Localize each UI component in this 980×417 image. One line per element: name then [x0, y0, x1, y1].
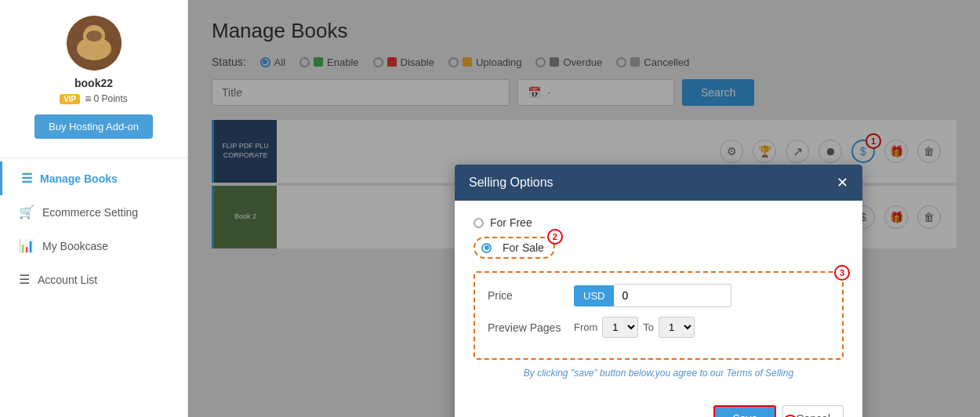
sidebar-item-label: My Bookcase	[42, 240, 108, 252]
from-page-select[interactable]: 1 2 3	[602, 317, 638, 338]
from-label: From	[574, 321, 597, 333]
sidebar-item-label: Manage Books	[40, 172, 118, 185]
modal-close-button[interactable]: ✕	[837, 176, 848, 190]
preview-pages-label: Preview Pages	[488, 321, 574, 334]
for-free-label: For Free	[490, 216, 532, 229]
sidebar-item-bookcase[interactable]: 📊 My Bookcase	[0, 229, 187, 263]
to-label: To	[643, 321, 654, 333]
save-button[interactable]: Save	[713, 405, 776, 417]
sidebar-item-account[interactable]: ☰ Account List	[0, 263, 187, 296]
manage-books-icon: ☰	[21, 171, 32, 186]
avatar	[67, 16, 122, 71]
bookcase-icon: 📊	[19, 238, 34, 253]
for-sale-option[interactable]: For Sale	[474, 237, 555, 259]
main-content: Manage Books Status: All Enable Disable	[188, 0, 980, 417]
for-sale-label: For Sale	[503, 241, 544, 254]
price-row: Price USD	[488, 284, 829, 307]
modal-body: For Free For Sale 2 3 Pri	[455, 201, 862, 405]
preview-pages-row: Preview Pages From 1 2 3 To 1 2 3	[488, 317, 829, 338]
points-label: ≡ 0 Points	[85, 92, 128, 105]
terms-text: By clicking "save" button below,you agre…	[474, 368, 844, 379]
vip-row: VIP ≡ 0 Points	[60, 92, 128, 105]
modal-footer: 4 Save Cancel	[455, 405, 862, 417]
sidebar-item-label: Account List	[38, 274, 97, 286]
sidebar: book22 VIP ≡ 0 Points Buy Hosting Add-on…	[0, 0, 188, 417]
selling-options-modal: Selling Options ✕ For Free For Sale	[455, 165, 862, 417]
svg-point-3	[86, 31, 102, 42]
buy-hosting-button[interactable]: Buy Hosting Add-on	[34, 114, 153, 139]
step-2-annotation: 2	[547, 229, 563, 245]
modal-header: Selling Options ✕	[455, 165, 862, 201]
vip-badge: VIP	[60, 94, 80, 104]
account-icon: ☰	[19, 272, 30, 287]
nav-divider	[0, 158, 187, 158]
price-input[interactable]	[614, 284, 731, 307]
ecommerce-icon: 🛒	[19, 205, 34, 219]
for-sale-wrapper: For Sale 2	[474, 237, 555, 267]
for-sale-radio[interactable]	[481, 243, 492, 253]
svg-rect-4	[82, 45, 106, 52]
for-free-radio[interactable]	[474, 218, 484, 228]
price-label: Price	[488, 289, 574, 302]
sidebar-item-manage-books[interactable]: ☰ Manage Books	[0, 161, 187, 195]
step-3-annotation: 3	[834, 265, 850, 281]
currency-button[interactable]: USD	[574, 285, 614, 306]
price-form-box: 3 Price USD Preview Pages From 1 2 3	[474, 271, 844, 360]
modal-title: Selling Options	[469, 176, 554, 190]
sidebar-item-label: Ecommerce Setting	[42, 206, 138, 219]
for-free-option[interactable]: For Free	[474, 216, 844, 229]
sidebar-item-ecommerce[interactable]: 🛒 Ecommerce Setting	[0, 195, 187, 229]
to-page-select[interactable]: 1 2 3	[659, 317, 695, 338]
username-label: book22	[74, 77, 113, 89]
